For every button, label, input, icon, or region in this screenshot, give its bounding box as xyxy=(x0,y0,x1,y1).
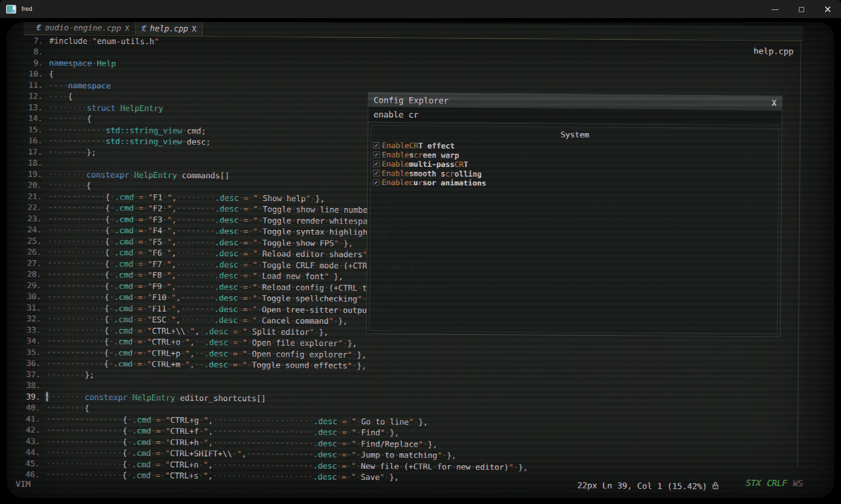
code-token: " xyxy=(185,349,190,358)
code-token: New xyxy=(361,461,375,470)
popup-close-button[interactable]: X xyxy=(772,98,777,108)
code-token: command xyxy=(295,316,329,326)
code-token: }, xyxy=(390,428,399,437)
code-token: " xyxy=(380,473,385,482)
os-titlebar[interactable]: fred — □ × xyxy=(0,0,841,18)
code-token: .desc xyxy=(215,193,239,202)
code-token: Toggle xyxy=(263,227,291,237)
code-token: , xyxy=(171,282,176,291)
whitespace-dots: · xyxy=(248,216,253,225)
code-token: .desc xyxy=(215,215,238,224)
code-token: for xyxy=(437,462,452,471)
line-number: 44. xyxy=(17,447,40,458)
code-token: file xyxy=(380,462,399,471)
code-token: " xyxy=(148,260,152,269)
whitespace-dots: · xyxy=(347,439,352,448)
whitespace-dots: · xyxy=(248,305,252,314)
code-token: CTRL+g xyxy=(170,415,199,425)
line-number: 28. xyxy=(18,269,42,280)
code-token: tree-sitter xyxy=(286,305,338,315)
code-token: }; xyxy=(86,148,96,157)
code-token: (+CTRL xyxy=(329,283,358,293)
close-button[interactable]: × xyxy=(815,0,841,18)
code-token: editor xyxy=(281,327,309,337)
code-token: Reload xyxy=(262,283,291,292)
checkbox-checked[interactable]: ✓ xyxy=(373,179,380,186)
code-token: sound xyxy=(285,361,309,370)
code-token: " xyxy=(352,417,357,426)
code-token: .cmd xyxy=(132,449,151,458)
whitespace-dots: ············ xyxy=(47,281,105,290)
code-token: Find xyxy=(361,428,380,437)
code-token: " xyxy=(167,260,172,269)
line-number: 23. xyxy=(18,213,42,224)
checkbox-checked[interactable]: ✓ xyxy=(373,142,380,149)
whitespace-dots: · xyxy=(385,428,390,437)
whitespace-dots: · xyxy=(132,360,137,369)
whitespace-dots: ·· xyxy=(195,338,204,347)
whitespace-dots: · xyxy=(143,293,148,302)
whitespace-dots: · xyxy=(414,417,418,426)
code-token: { xyxy=(122,449,127,458)
code-token: help xyxy=(287,194,306,203)
code-token: F6 xyxy=(152,248,162,257)
code-token: ; xyxy=(201,126,206,135)
whitespace-dots: · xyxy=(276,327,281,336)
whitespace-dots: · xyxy=(347,428,352,437)
code-token: " xyxy=(242,360,247,369)
code-token: " xyxy=(242,349,247,358)
whitespace-dots: ········ xyxy=(48,148,86,157)
config-search-input[interactable]: enable cr xyxy=(368,107,782,126)
whitespace-dots: · xyxy=(248,327,252,336)
tab-close-icon[interactable]: X xyxy=(125,24,129,32)
code-token: " xyxy=(351,450,356,459)
code-token: " xyxy=(171,304,176,313)
code-token: Reload xyxy=(262,249,291,259)
tab-close-icon[interactable]: X xyxy=(192,25,197,33)
code-token: " xyxy=(252,305,257,314)
code-token: .desc xyxy=(214,316,238,325)
line-number: 36. xyxy=(17,358,41,369)
whitespace-dots: · xyxy=(357,283,362,292)
whitespace-dots: · xyxy=(337,461,342,470)
checkbox-checked[interactable]: ✓ xyxy=(373,161,380,167)
code-token: , xyxy=(190,360,195,369)
code-token: = xyxy=(156,415,161,424)
code-token: Toggle xyxy=(262,260,291,270)
code-token: namespace xyxy=(49,58,92,68)
code-token: " xyxy=(165,471,170,480)
code-token: { xyxy=(105,304,109,313)
code-token: explorer xyxy=(300,338,338,348)
whitespace-dots: · xyxy=(356,473,361,482)
code-token: }, xyxy=(518,463,528,472)
tab-help-cpp[interactable]: Ȼhelp.cppX xyxy=(135,22,203,36)
whitespace-dots: · xyxy=(432,462,437,471)
code-token: , xyxy=(172,226,177,235)
maximize-button[interactable]: □ xyxy=(788,0,815,18)
code-token: = xyxy=(155,471,160,480)
checkbox-checked[interactable]: ✓ xyxy=(373,151,380,158)
code-token: .desc xyxy=(214,293,238,303)
code-token: " xyxy=(171,315,176,324)
code-token: = xyxy=(138,226,143,235)
minimize-button[interactable]: — xyxy=(762,0,788,18)
code-token: , xyxy=(172,193,177,202)
line-number: 12. xyxy=(19,91,43,102)
whitespace-dots: ········ xyxy=(48,181,86,190)
code-token: Cancel xyxy=(262,316,291,326)
whitespace-dots: · xyxy=(151,426,156,435)
whitespace-dots: ············ xyxy=(48,192,105,201)
whitespace-dots: ······· xyxy=(181,304,214,314)
tab-audio-engine-cpp[interactable]: Ȼaudio-engine.cppX xyxy=(31,22,136,35)
checkbox-checked[interactable]: ✓ xyxy=(373,170,380,176)
code-token: ; xyxy=(206,138,211,147)
whitespace-dots: · xyxy=(162,249,167,258)
whitespace-dots: · xyxy=(346,461,351,470)
code-token: , xyxy=(190,338,195,347)
line-number: 9. xyxy=(20,57,43,69)
whitespace-dots: · xyxy=(175,393,180,402)
line-number: 35. xyxy=(17,347,41,358)
option-label-text: olling xyxy=(454,169,481,178)
whitespace-dots: · xyxy=(228,327,233,336)
whitespace-dots: · xyxy=(161,427,166,436)
